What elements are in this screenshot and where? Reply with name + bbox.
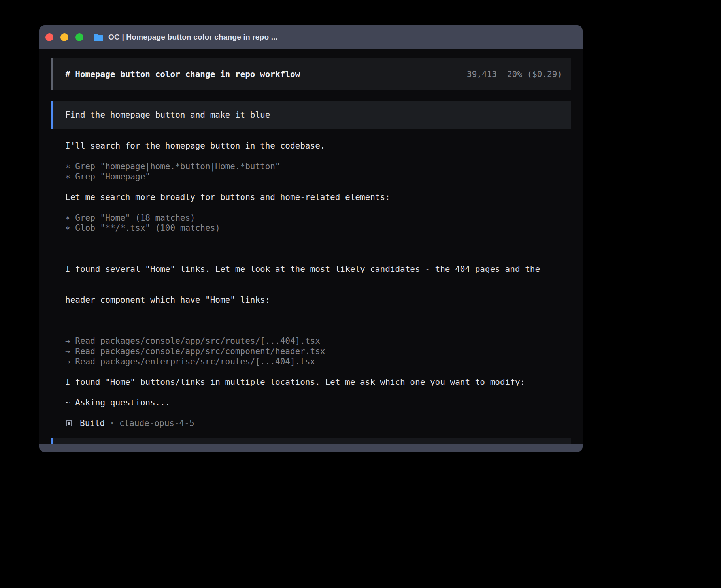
prompt-input[interactable]: Build Claude Opus 4.5 OpenCode Zen <box>51 438 571 444</box>
minimize-button[interactable] <box>60 33 68 41</box>
tool-call-read: → Read packages/enterprise/src/routes/[.… <box>65 356 570 367</box>
tool-call-glob: ∗ Glob "**/*.tsx" (100 matches) <box>65 223 570 233</box>
tool-call-grep: ∗ Grep "homepage|home.*button|Home.*butt… <box>65 161 570 172</box>
folder-icon <box>94 33 104 41</box>
tool-call-grep: ∗ Grep "Home" (18 matches) <box>65 213 570 223</box>
tool-call-read: → Read packages/console/app/src/componen… <box>65 346 570 356</box>
user-message-text: Find the homepage button and make it blu… <box>65 110 270 120</box>
title-bar[interactable]: OC | Homepage button color change in rep… <box>39 25 583 49</box>
context-usage: 20% ($0.29) <box>507 69 562 79</box>
session-stats: 39,413 20% ($0.29) <box>467 69 562 79</box>
tool-call-grep: ∗ Grep "Homepage" <box>65 172 570 182</box>
user-message: Find the homepage button and make it blu… <box>51 101 571 129</box>
session-header: # Homepage button color change in repo w… <box>51 58 571 90</box>
agent-separator: · <box>109 418 115 428</box>
agent-model: claude-opus-4-5 <box>119 418 194 428</box>
zoom-button[interactable] <box>75 33 83 41</box>
tool-call-group: ∗ Grep "homepage|home.*button|Home.*butt… <box>65 161 570 182</box>
window-title: OC | Homepage button color change in rep… <box>108 33 277 41</box>
tool-call-group: → Read packages/console/app/src/routes/[… <box>65 336 570 367</box>
assistant-paragraph: I found "Home" buttons/links in multiple… <box>65 377 570 387</box>
window-controls <box>45 33 83 41</box>
tool-call-read: → Read packages/console/app/src/routes/[… <box>65 336 570 346</box>
assistant-paragraph: I'll search for the homepage button in t… <box>65 141 570 151</box>
assistant-paragraph: Let me search more broadly for buttons a… <box>65 192 570 202</box>
agent-name: Build <box>80 418 105 428</box>
assistant-paragraph-line: I found several "Home" links. Let me loo… <box>65 264 570 274</box>
assistant-transcript: I'll search for the homepage button in t… <box>65 141 570 428</box>
token-count: 39,413 <box>467 69 497 79</box>
tool-call-group: ∗ Grep "Home" (18 matches) ∗ Glob "**/*.… <box>65 213 570 233</box>
terminal-window: OC | Homepage button color change in rep… <box>39 25 583 452</box>
session-title: # Homepage button color change in repo w… <box>65 69 300 79</box>
asking-questions-status: ~ Asking questions... <box>65 398 570 408</box>
agent-status-row: Build · claude-opus-4-5 <box>65 418 570 428</box>
close-button[interactable] <box>45 33 53 41</box>
assistant-paragraph-line: header component which have "Home" links… <box>65 295 570 305</box>
window-bottom-frame <box>39 444 583 452</box>
terminal-content[interactable]: # Homepage button color change in repo w… <box>39 49 583 444</box>
desktop-background: OC | Homepage button color change in rep… <box>0 0 721 588</box>
assistant-paragraph: I found several "Home" links. Let me loo… <box>65 243 570 326</box>
agent-build-icon <box>66 420 72 426</box>
